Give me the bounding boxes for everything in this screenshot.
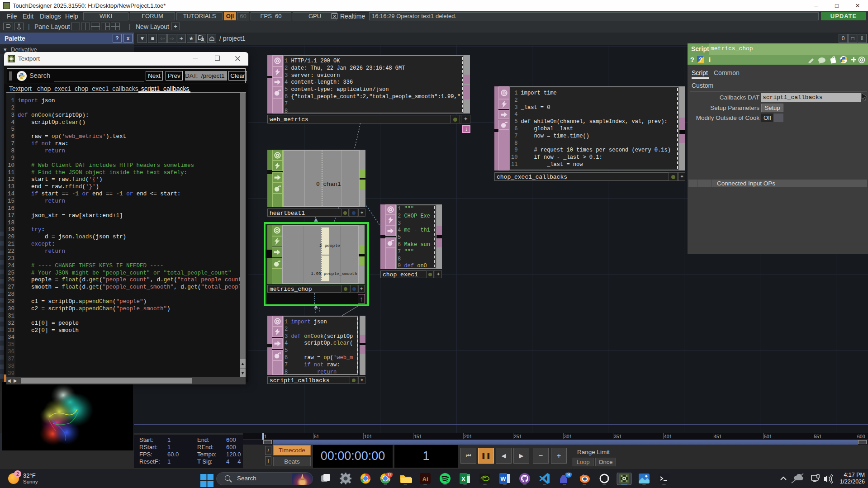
svg-text:9: 9 [567, 473, 570, 477]
svg-text:X: X [461, 475, 466, 483]
svg-text:0: 0 [388, 473, 391, 477]
svg-text:W: W [500, 475, 506, 482]
svg-text:Ai: Ai [422, 476, 428, 483]
